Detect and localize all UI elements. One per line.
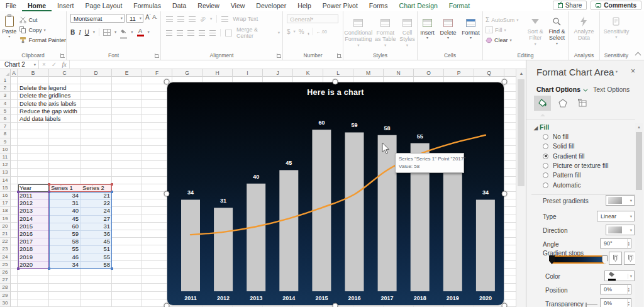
bar-2014[interactable]: [279, 170, 298, 291]
data-label-2018[interactable]: 55: [417, 133, 423, 140]
alignment-dialog-launcher[interactable]: [277, 53, 281, 58]
table-cell-year[interactable]: 2015: [19, 223, 33, 230]
column-header-O[interactable]: O: [414, 69, 444, 77]
row-header-23[interactable]: 23: [0, 245, 11, 253]
row-header-17[interactable]: 17: [0, 199, 11, 207]
table-cell-series1[interactable]: 40: [50, 207, 79, 215]
angle-spinner[interactable]: 90°▴▾: [600, 238, 631, 248]
name-box[interactable]: Chart 2▾: [0, 60, 39, 69]
ribbon-tab-insert[interactable]: Insert: [52, 0, 79, 11]
row-header-4[interactable]: 4: [0, 100, 11, 108]
bar-2016[interactable]: [345, 132, 364, 291]
instruction-cell[interactable]: Add data labels: [19, 115, 61, 123]
merge-center-button[interactable]: Merge & Center: [236, 26, 274, 39]
table-cell-year[interactable]: 2012: [19, 199, 33, 207]
comma-style-button[interactable]: ,: [308, 27, 309, 36]
table-cell-year[interactable]: 2014: [19, 215, 33, 223]
axis-label-2015[interactable]: 2015: [315, 295, 328, 301]
align-bottom-icon[interactable]: [189, 16, 196, 22]
tab-text-options[interactable]: Text Options: [593, 86, 630, 93]
row-header-28[interactable]: 28: [0, 284, 11, 291]
position-spinner[interactable]: 0%▴▾: [600, 284, 631, 294]
chart-object[interactable]: Here is a chart 343140456059585546342011…: [167, 82, 504, 306]
row-header-30[interactable]: 30: [0, 299, 11, 307]
fill-option-radio-automatic[interactable]: [543, 182, 548, 188]
ribbon-tab-format[interactable]: Format: [443, 0, 475, 11]
bar-2012[interactable]: [214, 208, 233, 291]
transparency-spinner[interactable]: 0%▴▾: [600, 298, 631, 307]
percent-style-button[interactable]: %: [299, 28, 304, 35]
sort-filter-button[interactable]: Sort & Filter▾: [525, 13, 546, 46]
data-label-2016[interactable]: 59: [351, 122, 357, 128]
sheet-vertical-scrollbar[interactable]: ▲: [516, 69, 526, 307]
fill-option-radio-solid-fill[interactable]: [543, 143, 548, 149]
chart-selection-handle[interactable]: [502, 79, 508, 85]
table-cell-year[interactable]: 2018: [19, 245, 33, 253]
scrollbar-thumb[interactable]: [518, 79, 525, 186]
delete-cells-button[interactable]: Delete▾: [440, 14, 456, 40]
row-header-21[interactable]: 21: [0, 230, 11, 238]
data-label-2011[interactable]: 34: [187, 189, 194, 196]
column-header-E[interactable]: E: [112, 69, 142, 77]
orientation-button[interactable]: ab: [199, 15, 207, 23]
fill-line-tab-button[interactable]: [534, 96, 551, 111]
axis-label-2013[interactable]: 2013: [250, 295, 262, 301]
font-dialog-launcher[interactable]: [155, 53, 159, 58]
increase-indent-icon[interactable]: [209, 30, 216, 36]
copy-button[interactable]: Copy▾: [19, 26, 66, 34]
axis-label-2016[interactable]: 2016: [348, 295, 360, 301]
align-center-icon[interactable]: [177, 30, 183, 36]
data-label-2012[interactable]: 31: [220, 198, 226, 204]
column-header-N[interactable]: N: [384, 69, 414, 77]
chart-selection-handle[interactable]: [333, 79, 338, 85]
fill-color-button[interactable]: [120, 25, 127, 39]
data-label-2017[interactable]: 58: [384, 125, 391, 131]
size-properties-tab-button[interactable]: [574, 96, 591, 111]
row-header-27[interactable]: 27: [0, 276, 11, 284]
align-left-icon[interactable]: [166, 30, 172, 36]
font-size-select[interactable]: 11▾: [126, 14, 143, 23]
column-header-A[interactable]: A: [11, 69, 18, 77]
table-cell-series2[interactable]: 36: [82, 230, 110, 238]
table-cell-series2[interactable]: 24: [82, 207, 110, 215]
fill-section-header[interactable]: ◢ Fill: [534, 123, 549, 131]
row-header-22[interactable]: 22: [0, 238, 11, 245]
chart-selection-handle[interactable]: [502, 303, 508, 307]
table-cell-series1[interactable]: 34: [50, 192, 79, 199]
increase-decimal-button[interactable]: ←.00: [316, 30, 327, 34]
axis-label-2012[interactable]: 2012: [217, 295, 230, 301]
column-header-R[interactable]: R: [504, 69, 516, 77]
italic-button[interactable]: I: [79, 29, 80, 36]
ribbon-tab-developer[interactable]: Developer: [250, 0, 292, 11]
bar-2019[interactable]: [443, 167, 462, 291]
cancel-button[interactable]: ×: [39, 61, 49, 68]
table-header-cell[interactable]: Series 1: [51, 184, 73, 192]
share-button[interactable]: Share: [553, 1, 587, 10]
row-header-6[interactable]: 6: [0, 115, 11, 123]
row-header-11[interactable]: 11: [0, 154, 11, 161]
column-header-G[interactable]: G: [172, 69, 203, 77]
clear-button[interactable]: Clear▾: [486, 36, 525, 44]
ribbon-tab-power-pivot[interactable]: Power Pivot: [317, 0, 364, 11]
direction-dropdown[interactable]: ▾: [606, 225, 635, 235]
row-header-13[interactable]: 13: [0, 169, 11, 176]
format-as-table-button[interactable]: Format as Table▾: [374, 14, 397, 47]
chart-selection-handle[interactable]: [164, 79, 170, 85]
ribbon-tab-chart-design[interactable]: Chart Design: [394, 0, 443, 11]
column-header-Q[interactable]: Q: [474, 69, 504, 77]
cut-button[interactable]: Cut: [19, 16, 66, 24]
pane-scroll-up-icon[interactable]: ▲: [635, 123, 643, 131]
row-header-2[interactable]: 2: [0, 84, 11, 92]
row-header-5[interactable]: 5: [0, 108, 11, 115]
line-series-2[interactable]: [191, 135, 486, 235]
bold-button[interactable]: B: [70, 29, 75, 36]
align-middle-icon[interactable]: [177, 16, 184, 22]
fill-option-radio-gradient-fill[interactable]: [543, 154, 548, 159]
wrap-text-button[interactable]: Wrap Text: [233, 16, 258, 22]
instruction-cell[interactable]: Delete the legend: [19, 84, 66, 92]
font-color-button[interactable]: A: [137, 28, 144, 36]
ribbon-tab-view[interactable]: View: [225, 0, 251, 11]
axis-label-2011[interactable]: 2011: [184, 295, 197, 301]
transparency-slider[interactable]: [586, 304, 597, 305]
column-header-D[interactable]: D: [80, 69, 112, 77]
